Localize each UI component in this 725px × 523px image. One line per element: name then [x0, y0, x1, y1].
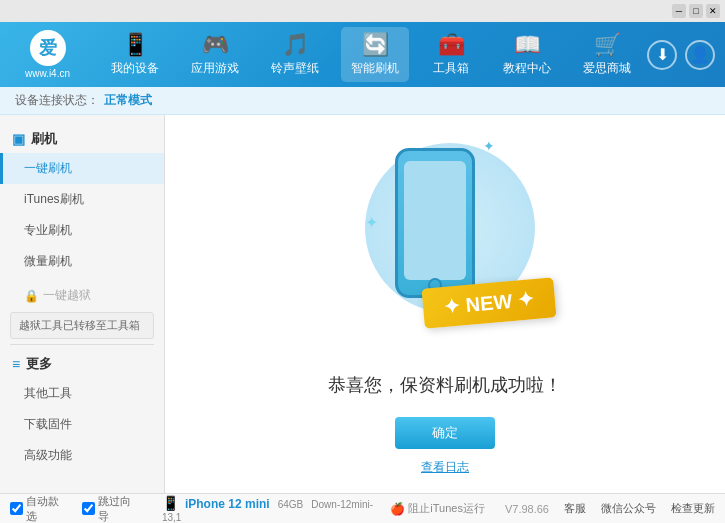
sparkle-3: ✦ — [365, 213, 378, 232]
phone-illustration: ✦ ✦ ✦ NEW — [345, 133, 545, 353]
nav-mydevice-label: 我的设备 — [111, 60, 159, 77]
sidebar: ▣ 刷机 一键刷机 iTunes刷机 专业刷机 微量刷机 🔒 一键越狱 — [0, 115, 165, 493]
sidebar-item-firmware[interactable]: 下载固件 — [0, 409, 164, 440]
maximize-button[interactable]: □ — [689, 4, 703, 18]
checkupdate-link[interactable]: 检查更新 — [671, 501, 715, 516]
nav-mydevice[interactable]: 📱 我的设备 — [101, 27, 169, 82]
nav-tutorials-label: 教程中心 — [503, 60, 551, 77]
skip-wizard-label: 跳过向导 — [98, 494, 141, 524]
logo-area: 爱 www.i4.cn — [10, 30, 85, 79]
sidebar-header-more: ≡ 更多 — [0, 350, 164, 378]
view-log-link[interactable]: 查看日志 — [421, 459, 469, 476]
nav-tutorials-icon: 📖 — [514, 32, 541, 58]
status-bar: 设备连接状态： 正常模式 — [0, 87, 725, 115]
more-section-label: 更多 — [26, 355, 52, 373]
flash-section-label: 刷机 — [31, 130, 57, 148]
main-area: ▣ 刷机 一键刷机 iTunes刷机 专业刷机 微量刷机 🔒 一键越狱 — [0, 115, 725, 493]
device-storage: 64GB — [278, 499, 304, 510]
status-label: 设备连接状态： — [15, 92, 99, 109]
success-text: 恭喜您，保资料刷机成功啦！ — [328, 373, 562, 397]
sidebar-section-more: ≡ 更多 其他工具 下载固件 高级功能 — [0, 350, 164, 471]
support-link[interactable]: 客服 — [564, 501, 586, 516]
phone-screen — [404, 161, 466, 280]
flash-section-icon: ▣ — [12, 131, 25, 147]
nav-ringtone-label: 铃声壁纸 — [271, 60, 319, 77]
nav-apps-icon: 🎮 — [202, 32, 229, 58]
sidebar-item-advanced[interactable]: 高级功能 — [0, 440, 164, 471]
itunes-status-label: 阻止iTunes运行 — [408, 501, 485, 516]
itunes-icon: 🍎 — [390, 502, 405, 516]
phone-body-wrapper — [395, 148, 475, 298]
skip-wizard-input[interactable] — [82, 502, 95, 515]
lock-icon: 🔒 — [24, 289, 39, 303]
nav-toolbox[interactable]: 🧰 工具箱 — [421, 27, 481, 82]
nav-right: ⬇ 👤 — [647, 40, 715, 70]
nav-store-icon: 🛒 — [594, 32, 621, 58]
nav-store-label: 爱思商城 — [583, 60, 631, 77]
sidebar-section-jailbreak: 🔒 一键越狱 越狱工具已转移至工具箱 — [0, 282, 164, 339]
device-icon: 📱 — [162, 495, 179, 511]
bottom-bar: 自动款选 跳过向导 📱 iPhone 12 mini 64GB Down-12m… — [0, 493, 725, 523]
close-button[interactable]: ✕ — [706, 4, 720, 18]
nav-ringtone-icon: 🎵 — [282, 32, 309, 58]
auto-select-input[interactable] — [10, 502, 23, 515]
sidebar-item-itunes[interactable]: iTunes刷机 — [0, 184, 164, 215]
device-name: iPhone 12 mini — [185, 497, 270, 511]
nav-toolbox-icon: 🧰 — [438, 32, 465, 58]
minimize-button[interactable]: ─ — [672, 4, 686, 18]
sidebar-item-save[interactable]: 微量刷机 — [0, 246, 164, 277]
sidebar-divider — [10, 344, 154, 345]
nav-apps-label: 应用游戏 — [191, 60, 239, 77]
logo-icon: 爱 — [30, 30, 66, 66]
wechat-link[interactable]: 微信公众号 — [601, 501, 656, 516]
sidebar-item-othertools[interactable]: 其他工具 — [0, 378, 164, 409]
nav-smartflash-icon: 🔄 — [362, 32, 389, 58]
auto-select-checkbox[interactable]: 自动款选 — [10, 494, 69, 524]
navbar: 爱 www.i4.cn 📱 我的设备 🎮 应用游戏 🎵 铃声壁纸 🔄 智能刷机 … — [0, 22, 725, 87]
phone-body — [395, 148, 475, 298]
sidebar-header-flash: ▣ 刷机 — [0, 125, 164, 153]
sidebar-header-jailbreak: 🔒 一键越狱 — [0, 282, 164, 309]
sidebar-item-pro[interactable]: 专业刷机 — [0, 215, 164, 246]
title-bar: ─ □ ✕ — [0, 0, 725, 22]
account-button[interactable]: 👤 — [685, 40, 715, 70]
nav-tutorials[interactable]: 📖 教程中心 — [493, 27, 561, 82]
bottom-left: 自动款选 跳过向导 📱 iPhone 12 mini 64GB Down-12m… — [10, 494, 390, 524]
sidebar-section-flash: ▣ 刷机 一键刷机 iTunes刷机 专业刷机 微量刷机 — [0, 125, 164, 277]
jailbreak-label: 一键越狱 — [43, 287, 91, 304]
nav-mydevice-icon: 📱 — [122, 32, 149, 58]
version-text: V7.98.66 — [505, 503, 549, 515]
nav-smartflash[interactable]: 🔄 智能刷机 — [341, 27, 409, 82]
auto-select-label: 自动款选 — [26, 494, 69, 524]
content-area: ✦ ✦ ✦ NEW 恭喜您，保资料刷机成功啦！ 确定 查看日志 — [165, 115, 725, 493]
sparkle-2: ✦ — [483, 138, 495, 154]
confirm-button[interactable]: 确定 — [395, 417, 495, 449]
sidebar-item-onekey[interactable]: 一键刷机 — [0, 153, 164, 184]
status-value: 正常模式 — [104, 92, 152, 109]
jailbreak-notice: 越狱工具已转移至工具箱 — [10, 312, 154, 339]
nav-smartflash-label: 智能刷机 — [351, 60, 399, 77]
nav-store[interactable]: 🛒 爱思商城 — [573, 27, 641, 82]
itunes-status: 🍎 阻止iTunes运行 — [390, 501, 485, 516]
nav-items: 📱 我的设备 🎮 应用游戏 🎵 铃声壁纸 🔄 智能刷机 🧰 工具箱 📖 教程中心… — [95, 27, 647, 82]
nav-toolbox-label: 工具箱 — [433, 60, 469, 77]
logo-url: www.i4.cn — [25, 68, 70, 79]
device-info: 📱 iPhone 12 mini 64GB Down-12mini-13,1 — [162, 495, 390, 523]
nav-ringtone[interactable]: 🎵 铃声壁纸 — [261, 27, 329, 82]
nav-apps[interactable]: 🎮 应用游戏 — [181, 27, 249, 82]
download-button[interactable]: ⬇ — [647, 40, 677, 70]
bottom-right: V7.98.66 客服 微信公众号 检查更新 — [505, 501, 715, 516]
more-section-icon: ≡ — [12, 356, 20, 372]
skip-wizard-checkbox[interactable]: 跳过向导 — [82, 494, 141, 524]
